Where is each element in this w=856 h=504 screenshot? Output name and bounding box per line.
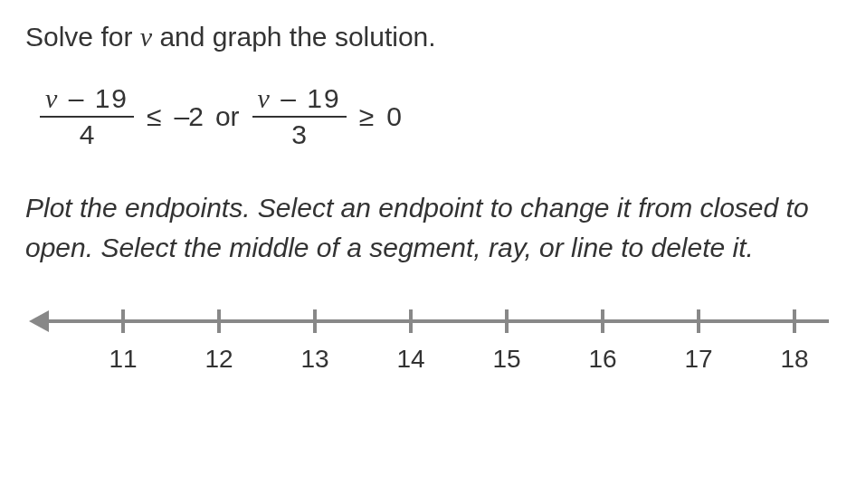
fraction-1-denominator: 4 [80, 118, 95, 148]
comparator-1: ≤ [147, 101, 161, 132]
prompt-prefix: Solve for [25, 22, 140, 52]
fraction-1-numerator: v – 19 [40, 85, 134, 118]
tick-label: 14 [396, 345, 424, 374]
fraction-2-numerator: v – 19 [252, 85, 347, 118]
tick[interactable] [313, 309, 317, 333]
fraction-2-denominator: 3 [291, 118, 307, 148]
tick[interactable] [217, 309, 221, 333]
tick[interactable] [505, 309, 509, 333]
tick-label: 15 [492, 345, 520, 374]
tick-label: 18 [780, 345, 808, 374]
prompt-var: v [140, 22, 152, 52]
problem-prompt: Solve for v and graph the solution. [25, 22, 831, 52]
connector-or: or [215, 101, 240, 132]
frac2-var: v [258, 83, 271, 113]
frac1-rest: – 19 [59, 83, 128, 113]
frac2-rest: – 19 [271, 83, 341, 113]
frac1-var: v [45, 83, 59, 113]
tick[interactable] [409, 309, 413, 333]
rhs-2: 0 [386, 101, 402, 132]
fraction-1: v – 19 4 [40, 85, 134, 148]
fraction-2: v – 19 3 [252, 85, 347, 148]
tick[interactable] [793, 309, 796, 333]
number-line-plot-area[interactable] [33, 300, 829, 343]
tick-label: 13 [300, 345, 328, 374]
comparator-2: ≥ [359, 101, 374, 132]
tick[interactable] [697, 309, 700, 333]
tick-label: 16 [588, 345, 616, 374]
tick-label: 11 [109, 345, 137, 374]
inequality-expression: v – 19 4 ≤ –2 or v – 19 3 ≥ 0 [40, 85, 831, 148]
instructions-text: Plot the endpoints. Select an endpoint t… [25, 188, 831, 267]
tick-label: 12 [204, 345, 233, 374]
tick-label: 17 [684, 345, 712, 374]
prompt-suffix: and graph the solution. [152, 22, 436, 52]
rhs-1: –2 [175, 101, 203, 132]
number-line: 1112131415161718 [33, 300, 829, 381]
tick[interactable] [601, 309, 604, 333]
tick[interactable] [121, 309, 125, 333]
